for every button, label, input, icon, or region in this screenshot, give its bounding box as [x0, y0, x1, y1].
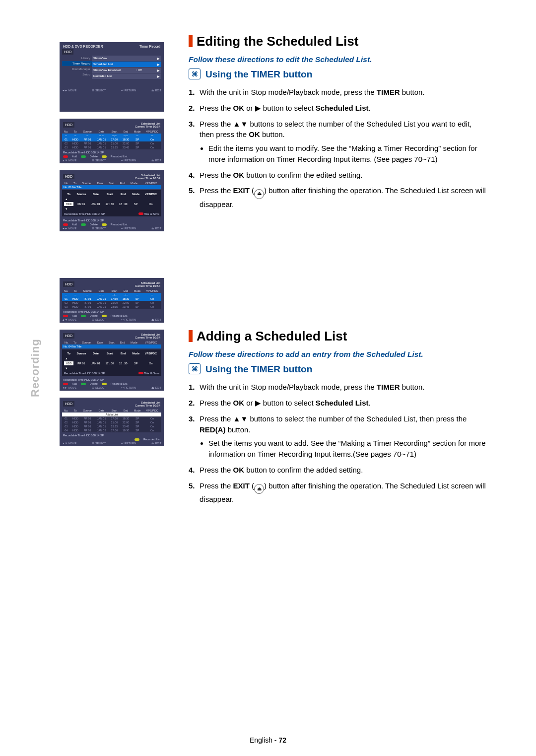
- page-footer: English - 72: [0, 736, 536, 744]
- panel-corner: Timer Record: [139, 45, 160, 48]
- menu-showview[interactable]: ShowView▶: [92, 56, 161, 61]
- edit-row[interactable]: ToSourceDateStartEndModeVPS/PDC ▲ HDDPR …: [62, 190, 161, 216]
- table-row[interactable]: 02HDDPR 01JAN 0121:0022:00SPOn: [62, 420, 161, 424]
- table-row[interactable]: 02HDDPR 01JAN 0121:0022:00SPOn: [62, 141, 161, 145]
- table-row[interactable]: 01HDDPR 01JAN 0117:3018:30SPOn: [62, 416, 161, 420]
- heading-editing: Editing the Scheduled List: [189, 34, 486, 49]
- table-row[interactable]: 03HDDPR 01JAN 0123:1523:45SPOn: [62, 305, 161, 309]
- instructions-editing: With the unit in Stop mode/Playback mode…: [189, 87, 486, 209]
- menu-library[interactable]: Library: [62, 56, 92, 61]
- recordable-time: Recordable Time HDD 108:14 SP: [62, 149, 161, 154]
- menu-disc-manager[interactable]: Disc Manager: [62, 67, 92, 71]
- heading-adding: Adding a Scheduled List: [189, 329, 486, 344]
- hdd-label: HDD: [62, 49, 73, 55]
- menu-scheduled-list[interactable]: Scheduled List▶: [92, 62, 161, 67]
- subtitle-adding: Follow these directions to add an entry …: [189, 350, 486, 359]
- add-button[interactable]: Add: [72, 155, 77, 158]
- red-pill-icon[interactable]: [63, 155, 68, 158]
- footer-select: ⊕ SELECT: [92, 159, 106, 162]
- menu-showview-ext[interactable]: ShowView Extended: Off▶: [92, 68, 161, 73]
- remote-icon: ⌘: [189, 363, 201, 374]
- sort-row[interactable]: -------- ----:----:------: [62, 134, 161, 137]
- scheduled-table: No.ToSourceDateStartEndModeVPS/PDC -----…: [62, 130, 161, 149]
- footer-return: ↩ RETURN: [121, 159, 136, 162]
- remote-icon: ⌘: [189, 69, 201, 79]
- timer-menu-panel: HDD & DVD RECORDER Timer Record HDD Libr…: [60, 42, 164, 112]
- menu-setup[interactable]: Setup: [62, 72, 92, 77]
- footer-move: ◄► MOVE: [62, 89, 76, 92]
- scheduled-list-panel-c: HDD Scheduled ListCurrent Time 10:54 No.…: [60, 398, 164, 446]
- menu-recorded-list[interactable]: Recorded List▶: [92, 73, 161, 79]
- exit-icon: ⏏: [254, 189, 264, 199]
- scheduled-edit-panel-1: HDD Scheduled List Current Time 10:54 No…: [60, 170, 164, 231]
- footer-return: ↩ RETURN: [121, 89, 136, 92]
- section-editing: Editing the Scheduled List Follow these …: [189, 34, 486, 209]
- no-title-row: No. 01 No Title: [62, 185, 161, 189]
- subheading-timer-1: ⌘ Using the TIMER button: [189, 69, 486, 80]
- green-pill-icon[interactable]: [81, 155, 86, 158]
- table-row[interactable]: 03HDDPR 01JAN 0123:1523:45SPOn: [62, 424, 161, 428]
- edit-row[interactable]: ToSourceDateStartEndModeVPS/PDC ▲ HDDPR …: [62, 349, 161, 376]
- hdd-label: HDD: [63, 122, 74, 128]
- current-time: Current Time 10:54: [135, 125, 160, 128]
- yellow-pill-icon[interactable]: [102, 155, 107, 158]
- red-pill-icon[interactable]: [138, 212, 143, 215]
- delete-button[interactable]: Delete: [90, 155, 98, 158]
- table-row[interactable]: 02HDDPR 01JAN 0121:0022:00SPOn: [62, 301, 161, 305]
- scheduled-list-panel-a: HDD Scheduled List Current Time 10:54 No…: [60, 119, 164, 163]
- table-row[interactable]: 04HDDPR 01JAN 0217:3018:30SPOn: [62, 428, 161, 432]
- footer-move: ▲▼ MOVE: [62, 159, 76, 162]
- add-a-list-row[interactable]: Add a List: [62, 412, 161, 416]
- panel-title: HDD & DVD RECORDER: [63, 45, 103, 48]
- menu-timer-record[interactable]: Timer Record: [62, 61, 92, 66]
- table-row[interactable]: 01HDDPR 01JAN 0117:3018:30SPOn: [62, 137, 161, 141]
- section-adding: Adding a Scheduled List Follow these dir…: [189, 329, 486, 504]
- title-button[interactable]: Title: [144, 212, 149, 215]
- table-row[interactable]: 03HDDPR 01JAN 0123:1523:45SPOn: [62, 145, 161, 149]
- footer-exit: ⏏ EXIT: [151, 89, 161, 92]
- instructions-adding: With the unit in Stop mode/Playback mode…: [189, 382, 486, 504]
- no-title-row: No. 04 No Title: [62, 344, 161, 348]
- subheading-timer-2: ⌘ Using the TIMER button: [189, 364, 486, 375]
- recorded-list-button[interactable]: Recorded List: [111, 155, 128, 158]
- subtitle-editing: Follow these directions to edit the Sche…: [189, 55, 486, 64]
- save-button[interactable]: Save: [153, 212, 159, 215]
- left-screenshots: HDD & DVD RECORDER Timer Record HDD Libr…: [60, 42, 164, 453]
- hdd-label: HDD: [63, 174, 74, 179]
- scheduled-edit-panel-2: HDD Scheduled ListCurrent Time 10:54 No.…: [60, 330, 164, 391]
- footer-exit: ⏏ EXIT: [151, 159, 161, 162]
- side-label: Recording: [29, 339, 42, 397]
- exit-icon: ⏏: [254, 484, 264, 494]
- table-row[interactable]: 01HDDPR 01JAN 0117:3018:30SPOn: [62, 297, 161, 301]
- footer-select: ⊕ SELECT: [92, 89, 106, 92]
- scheduled-list-panel-b: HDD Scheduled ListCurrent Time 10:54 No.…: [60, 278, 164, 323]
